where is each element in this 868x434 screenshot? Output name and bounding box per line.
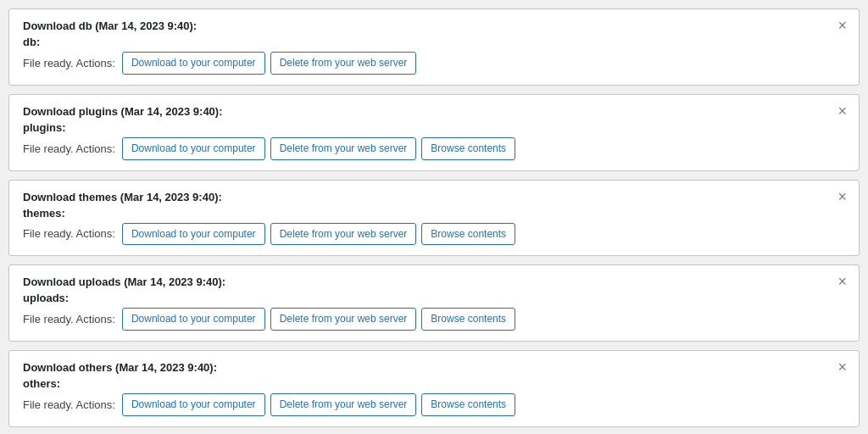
download-computer-uploads[interactable]: Download to your computer xyxy=(122,308,265,331)
card-db: Download db (Mar 14, 2023 9:40):db:File … xyxy=(8,8,860,86)
card-uploads: Download uploads (Mar 14, 2023 9:40):upl… xyxy=(8,264,860,342)
card-title-3: Download uploads (Mar 14, 2023 9:40): xyxy=(23,275,845,288)
browse-contents-plugins[interactable]: Browse contents xyxy=(421,137,515,160)
delete-server-themes[interactable]: Delete from your web server xyxy=(270,223,417,246)
download-computer-db[interactable]: Download to your computer xyxy=(122,52,265,75)
delete-server-uploads[interactable]: Delete from your web server xyxy=(270,308,417,331)
status-line-0: File ready. Actions:Download to your com… xyxy=(23,52,845,75)
status-line-1: File ready. Actions:Download to your com… xyxy=(23,137,845,160)
card-title-2: Download themes (Mar 14, 2023 9:40): xyxy=(23,191,845,203)
delete-server-others[interactable]: Delete from your web server xyxy=(270,393,417,416)
page-wrapper: Download db (Mar 14, 2023 9:40):db:File … xyxy=(0,0,868,434)
close-btn-3[interactable]: × xyxy=(837,274,847,289)
status-text-2: File ready. Actions: xyxy=(23,227,115,240)
card-themes: Download themes (Mar 14, 2023 9:40):them… xyxy=(8,180,860,257)
cards-container: Download db (Mar 14, 2023 9:40):db:File … xyxy=(8,8,860,427)
card-title-1: Download plugins (Mar 14, 2023 9:40): xyxy=(23,105,845,118)
download-computer-others[interactable]: Download to your computer xyxy=(122,393,265,416)
card-title-0: Download db (Mar 14, 2023 9:40): xyxy=(23,19,845,32)
download-computer-themes[interactable]: Download to your computer xyxy=(122,223,265,246)
close-btn-1[interactable]: × xyxy=(837,103,847,119)
status-text-3: File ready. Actions: xyxy=(23,313,115,326)
close-btn-4[interactable]: × xyxy=(837,359,847,375)
close-btn-2[interactable]: × xyxy=(837,189,847,204)
browse-contents-others[interactable]: Browse contents xyxy=(421,393,515,416)
status-text-4: File ready. Actions: xyxy=(23,398,115,411)
browse-contents-themes[interactable]: Browse contents xyxy=(421,223,515,246)
status-text-0: File ready. Actions: xyxy=(23,57,115,70)
status-line-2: File ready. Actions:Download to your com… xyxy=(23,223,845,246)
status-text-1: File ready. Actions: xyxy=(23,142,115,155)
delete-server-db[interactable]: Delete from your web server xyxy=(270,52,417,75)
close-btn-0[interactable]: × xyxy=(837,18,847,33)
card-filename-4: others: xyxy=(23,377,845,390)
download-computer-plugins[interactable]: Download to your computer xyxy=(122,137,265,160)
browse-contents-uploads[interactable]: Browse contents xyxy=(421,308,515,331)
card-others: Download others (Mar 14, 2023 9:40):othe… xyxy=(8,350,860,427)
card-filename-2: themes: xyxy=(23,207,845,220)
card-filename-3: uploads: xyxy=(23,292,845,304)
actions-row-3: Download to your computerDelete from you… xyxy=(122,308,515,331)
card-title-4: Download others (Mar 14, 2023 9:40): xyxy=(23,361,845,374)
actions-row-1: Download to your computerDelete from you… xyxy=(122,137,515,160)
delete-server-plugins[interactable]: Delete from your web server xyxy=(270,137,417,160)
card-filename-1: plugins: xyxy=(23,121,845,134)
actions-row-4: Download to your computerDelete from you… xyxy=(122,393,515,416)
status-line-3: File ready. Actions:Download to your com… xyxy=(23,308,845,331)
card-plugins: Download plugins (Mar 14, 2023 9:40):plu… xyxy=(8,94,860,171)
card-filename-0: db: xyxy=(23,36,845,48)
actions-row-0: Download to your computerDelete from you… xyxy=(122,52,416,75)
actions-row-2: Download to your computerDelete from you… xyxy=(122,223,515,246)
status-line-4: File ready. Actions:Download to your com… xyxy=(23,393,845,416)
